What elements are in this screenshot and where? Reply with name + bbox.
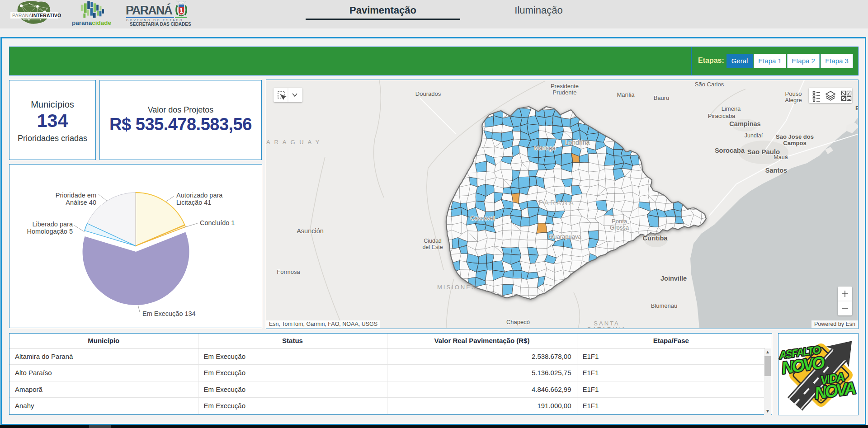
svg-text:paranacidade: paranacidade [72,19,112,26]
svg-text:Autorizado para: Autorizado para [176,192,223,199]
svg-text:PARANÁINTERATIVO: PARANÁINTERATIVO [12,13,61,18]
svg-text:Homologação 5: Homologação 5 [27,228,73,235]
svg-text:Análise 40: Análise 40 [66,199,96,206]
svg-text:Concluído 1: Concluído 1 [200,219,235,226]
svg-text:PARANÁ: PARANÁ [539,199,576,206]
svg-text:Liberado para: Liberado para [33,221,73,228]
svg-text:Prioridade em: Prioridade em [56,192,96,199]
svg-text:SECRETARIA DAS CIDADES: SECRETARIA DAS CIDADES [130,22,191,27]
svg-text:GOVERNO DO ESTADO: GOVERNO DO ESTADO [126,19,184,22]
svg-text:Licitação 41: Licitação 41 [176,199,211,206]
svg-text:A R A G U A Y: A R A G U A Y [266,139,321,146]
svg-text:Em Execução 134: Em Execução 134 [142,310,196,317]
svg-text:MISIONES: MISIONES [437,284,477,291]
svg-text:CATARINA: CATARINA [587,326,627,328]
svg-text:PARANÁ: PARANÁ [126,3,173,17]
